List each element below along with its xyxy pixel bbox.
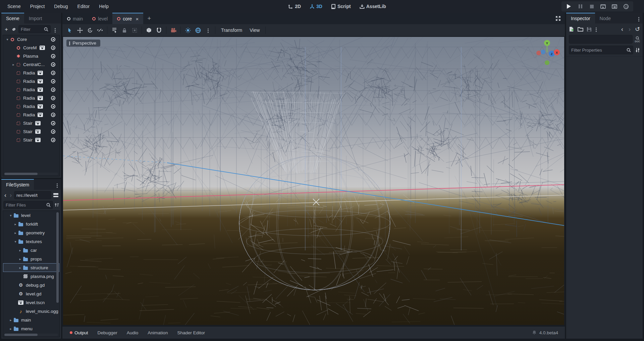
- dock-tab[interactable]: Scene: [1, 13, 24, 23]
- scene-tree-row[interactable]: ▾ ▸ ✱ Radia: [3, 102, 59, 111]
- open-instanced-scene-icon[interactable]: [38, 113, 43, 117]
- file-sort-icon[interactable]: [54, 203, 59, 207]
- resource-extra-icon[interactable]: [596, 27, 597, 29]
- open-instanced-scene-icon[interactable]: [38, 79, 43, 83]
- camera-override-icon[interactable]: [169, 26, 178, 35]
- resource-name-input[interactable]: [571, 37, 630, 42]
- visibility-eye-icon[interactable]: [51, 79, 55, 83]
- file-tree-row[interactable]: ▾ ▸ ⚙ ♪ textures: [3, 237, 59, 246]
- scene-tab[interactable]: level ×: [88, 13, 112, 24]
- chevron-right-icon[interactable]: ▸: [13, 222, 18, 226]
- chevron-down-icon[interactable]: ▾: [13, 240, 18, 243]
- transform-menu[interactable]: Transform: [218, 26, 246, 34]
- visibility-eye-icon[interactable]: [51, 138, 55, 142]
- rotate-tool-icon[interactable]: [85, 26, 95, 35]
- version-box[interactable]: 4.0.beta4: [529, 329, 561, 337]
- menu-item[interactable]: Scene: [3, 2, 25, 11]
- inspector-tab[interactable]: Inspector: [566, 13, 595, 23]
- open-instanced-scene-icon[interactable]: [40, 46, 45, 50]
- group-icon[interactable]: [130, 26, 139, 35]
- bottom-panel-tab[interactable]: Audio: [123, 329, 143, 337]
- perspective-pill[interactable]: Perspective: [66, 40, 100, 47]
- bottom-panel-tab[interactable]: Animation: [144, 329, 172, 337]
- visibility-eye-icon[interactable]: [51, 46, 55, 50]
- chevron-right-icon[interactable]: ▸: [18, 257, 22, 261]
- scene-tree-hscrollbar[interactable]: [4, 173, 58, 175]
- snap-magnet-icon[interactable]: [154, 26, 164, 35]
- open-instanced-scene-icon[interactable]: [35, 121, 41, 125]
- file-tree-hscrollbar[interactable]: [4, 334, 58, 336]
- dock-tab[interactable]: Import: [24, 13, 47, 23]
- visibility-eye-icon[interactable]: [51, 129, 55, 134]
- menu-item[interactable]: Editor: [73, 2, 94, 11]
- visibility-eye-icon[interactable]: [51, 104, 55, 109]
- context-switch-button[interactable]: 2D: [288, 4, 301, 9]
- file-tree-row[interactable]: ▾ ▸ ⚙ ♪ geometry: [3, 228, 59, 237]
- scene-tree-row[interactable]: ▾ ▸ ✱ CoreM: [3, 44, 59, 52]
- path-input[interactable]: [16, 193, 49, 198]
- 3d-viewport-canvas[interactable]: [63, 37, 564, 325]
- scene-tree-row[interactable]: ▾ ▸ ✱ Stair: [3, 127, 59, 136]
- playback-button[interactable]: [577, 3, 584, 10]
- visibility-eye-icon[interactable]: [51, 37, 55, 42]
- scene-tree-row[interactable]: ▾ ▸ ✱ Radia: [3, 111, 59, 119]
- visibility-eye-icon[interactable]: [51, 113, 55, 117]
- filesystem-menu-icon[interactable]: [57, 183, 58, 184]
- scene-filter-input[interactable]: [21, 27, 43, 32]
- context-switch-button[interactable]: Script: [331, 4, 351, 9]
- history-forward-icon[interactable]: ›: [628, 26, 632, 32]
- bottom-panel-tab[interactable]: Debugger: [94, 329, 121, 337]
- preview-sunlight-icon[interactable]: [183, 26, 193, 35]
- scene-tree-row[interactable]: ▾ ▸ ✱ Radia: [3, 69, 59, 77]
- chevron-right-icon[interactable]: ▸: [18, 266, 22, 270]
- nav-forward-icon[interactable]: ›: [9, 192, 13, 198]
- scene-tree-row[interactable]: ▾ ▸ ✱ Plasma: [3, 52, 59, 60]
- inspector-tab[interactable]: Node: [595, 13, 615, 23]
- scale-tool-icon[interactable]: [95, 26, 105, 35]
- new-resource-icon[interactable]: [569, 26, 574, 32]
- visibility-eye-icon[interactable]: [51, 71, 55, 75]
- view-menu[interactable]: View: [246, 26, 263, 34]
- save-icon[interactable]: [587, 27, 592, 32]
- playback-button[interactable]: [588, 3, 595, 10]
- new-scene-tab-button[interactable]: +: [143, 13, 155, 24]
- context-switch-button[interactable]: 3D: [310, 4, 322, 9]
- file-tree-row[interactable]: ▾ ▸ ⚙ ♪ level.tscn: [3, 298, 59, 307]
- search-help-icon[interactable]: DOC: [635, 36, 640, 43]
- open-instanced-scene-icon[interactable]: [38, 104, 43, 109]
- inspector-menu-icon[interactable]: [638, 17, 639, 18]
- scene-tree-menu-icon[interactable]: [55, 28, 56, 29]
- history-icon[interactable]: ↺: [635, 26, 640, 32]
- bottom-panel-tab[interactable]: Output: [66, 329, 92, 337]
- tune-sliders-icon[interactable]: [635, 48, 640, 53]
- scene-tree-row[interactable]: ▾ ▸ ✱ Radia: [3, 77, 59, 86]
- visibility-eye-icon[interactable]: [51, 88, 55, 92]
- menu-item[interactable]: Project: [26, 2, 49, 11]
- chevron-right-icon[interactable]: ▸: [8, 327, 13, 331]
- chevron-right-icon[interactable]: ▸: [18, 248, 22, 252]
- playback-button[interactable]: [611, 3, 618, 10]
- open-instanced-scene-icon[interactable]: [35, 129, 41, 134]
- file-tree-row[interactable]: ▾ ▸ ⚙ ♪ level_music.ogg: [3, 307, 59, 316]
- file-tree-row[interactable]: ▾ ▸ ⚙ ♪ level.gd: [3, 289, 59, 298]
- sun-environ-settings-icon[interactable]: [203, 26, 213, 35]
- file-tree-row[interactable]: ▾ ▸ ⚙ ♪ plasma.png: [3, 272, 59, 281]
- preview-environment-icon[interactable]: [193, 26, 203, 35]
- chevron-right-icon[interactable]: ▸: [8, 318, 13, 322]
- scene-tree-row[interactable]: ▾ ▸ ✱ Stair: [3, 136, 59, 144]
- file-tree-vscrollbar[interactable]: [56, 212, 59, 303]
- menu-item[interactable]: Debug: [50, 2, 72, 11]
- local-space-icon[interactable]: [144, 26, 154, 35]
- context-switch-button[interactable]: AssetLib: [360, 4, 386, 9]
- file-tree-row[interactable]: ▾ ▸ ⚙ ♪ props: [3, 254, 59, 263]
- scene-tree-row[interactable]: ▾ ▸ ✱ Stair: [3, 119, 59, 127]
- chevron-down-icon[interactable]: ▾: [5, 38, 10, 41]
- file-tree-row[interactable]: ▾ ▸ ⚙ ♪ level: [3, 211, 59, 220]
- chevron-right-icon[interactable]: ▸: [11, 63, 16, 66]
- nav-back-icon[interactable]: ‹: [3, 192, 7, 198]
- file-filter-input[interactable]: [6, 203, 45, 208]
- visibility-eye-icon[interactable]: [51, 62, 55, 67]
- playback-button[interactable]: [623, 3, 629, 10]
- file-tree-row[interactable]: ▾ ▸ ⚙ ♪ debug.gd: [3, 281, 59, 289]
- close-tab-icon[interactable]: ×: [136, 16, 139, 22]
